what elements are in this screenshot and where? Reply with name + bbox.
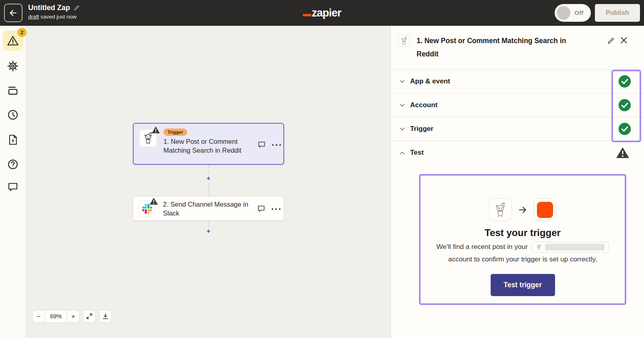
chevron-up-icon	[399, 149, 406, 156]
panel-app-icon	[398, 35, 410, 47]
toggle-knob	[557, 6, 570, 20]
add-step-button[interactable]: +	[205, 228, 212, 235]
download-icon	[102, 313, 109, 320]
close-panel-icon[interactable]	[620, 37, 627, 44]
top-bar: Untitled Zap draft saved just now zapier…	[0, 0, 644, 26]
gear-icon	[7, 60, 19, 72]
warning-triangle-icon	[7, 35, 19, 47]
zapier-logo-text: zapier	[312, 8, 341, 19]
node-title: 2. Send Channel Message in Slack	[163, 200, 259, 218]
warning-badge-icon	[151, 126, 160, 134]
zoom-level: 69%	[45, 310, 67, 322]
save-status: draft saved just now	[28, 14, 80, 20]
arrow-right-icon	[518, 205, 528, 215]
more-options-icon[interactable]	[271, 143, 282, 147]
orange-square-icon	[537, 202, 553, 218]
sidebar-item-settings[interactable]	[3, 56, 23, 76]
comment-icon[interactable]	[257, 140, 266, 149]
warning-triangle-icon	[616, 147, 630, 159]
sidebar-item-apps[interactable]	[3, 81, 23, 100]
zapier-app-box	[534, 198, 557, 221]
workflow-canvas[interactable]: Trigger 1. New Post or Comment Matching …	[26, 26, 390, 338]
reddit-snoo-icon	[536, 244, 542, 251]
issues-count-badge: 2	[17, 28, 27, 37]
trigger-node-reddit[interactable]: Trigger 1. New Post or Comment Matching …	[133, 123, 284, 165]
fit-to-view-button[interactable]	[83, 310, 96, 323]
rename-step-icon[interactable]	[607, 37, 615, 44]
download-button[interactable]	[99, 310, 112, 323]
more-options-icon[interactable]	[271, 207, 281, 211]
section-trigger[interactable]: Trigger	[391, 117, 644, 141]
step-sections: App & event Account Trigger Test	[391, 69, 644, 164]
add-step-button[interactable]: +	[205, 175, 212, 182]
trigger-badge: Trigger	[163, 129, 187, 136]
section-account[interactable]: Account	[391, 93, 644, 117]
step-config-panel: 1. New Post or Comment Matching Search i…	[390, 26, 644, 338]
zoom-in-button[interactable]: +	[67, 310, 79, 322]
zap-title-block: Untitled Zap draft saved just now	[28, 4, 80, 20]
app-connection-icons	[489, 198, 557, 221]
reddit-app-icon	[139, 129, 157, 147]
connected-account-pill	[531, 242, 609, 253]
chat-bubble-icon	[7, 181, 19, 193]
zoom-out-button[interactable]: −	[33, 310, 45, 322]
test-heading: Test your trigger	[485, 227, 561, 238]
saved-text: saved just now	[39, 14, 76, 20]
reddit-snoo-icon	[493, 202, 507, 218]
expand-icon	[86, 313, 93, 320]
section-label: Account	[410, 101, 438, 109]
reddit-snoo-icon	[400, 36, 408, 46]
document-lightning-icon	[7, 134, 19, 146]
panel-step-title: 1. New Post or Comment Matching Search i…	[417, 34, 590, 61]
redacted-account-name	[545, 244, 605, 251]
comment-icon[interactable]	[257, 204, 266, 213]
test-trigger-card: Test your trigger We'll find a recent po…	[419, 174, 626, 305]
section-label: App & event	[410, 77, 450, 85]
action-node-slack[interactable]: 2. Send Channel Message in Slack	[133, 196, 284, 221]
test-description: We'll find a recent post in your account…	[426, 241, 620, 265]
warning-badge-icon	[149, 197, 158, 205]
zap-title: Untitled Zap	[28, 4, 70, 12]
section-test[interactable]: Test	[391, 141, 644, 164]
back-arrow-icon	[8, 8, 18, 18]
section-label: Test	[410, 149, 424, 157]
reddit-app-box	[489, 198, 512, 221]
zap-on-off-toggle[interactable]: Off	[555, 4, 591, 22]
back-button[interactable]	[4, 4, 23, 22]
node-title: 1. New Post or Comment Matching Search i…	[163, 137, 255, 155]
panels-icon	[7, 85, 19, 97]
sidebar-item-notes[interactable]	[3, 130, 23, 149]
test-description-before: We'll find a recent post in your	[436, 243, 528, 251]
success-check-icon	[618, 122, 631, 135]
left-sidebar: 2	[0, 26, 26, 338]
slack-logo-icon	[142, 204, 152, 214]
chevron-down-icon	[399, 78, 406, 85]
chevron-down-icon	[399, 126, 406, 133]
test-description-after: account to confirm your trigger is set u…	[448, 255, 597, 263]
publish-button[interactable]: Publish	[595, 4, 640, 22]
draft-link[interactable]: draft	[28, 14, 39, 20]
zapier-logo-underscore	[303, 14, 311, 17]
test-trigger-button[interactable]: Test trigger	[491, 274, 555, 296]
zoom-control: − 69% +	[32, 310, 80, 323]
zapier-logo: zapier	[303, 8, 341, 19]
toggle-label: Off	[574, 9, 583, 17]
success-check-icon	[618, 99, 631, 112]
success-check-icon	[618, 75, 631, 88]
section-label: Trigger	[410, 125, 433, 133]
edit-title-icon[interactable]	[74, 5, 80, 11]
section-app-event[interactable]: App & event	[391, 69, 644, 93]
canvas-controls: − 69% +	[32, 310, 112, 323]
slack-app-icon	[139, 201, 155, 217]
sidebar-item-help[interactable]	[3, 155, 23, 174]
question-circle-icon	[7, 158, 19, 170]
clock-icon	[7, 109, 19, 121]
sidebar-item-issues[interactable]: 2	[3, 31, 23, 51]
sidebar-item-history[interactable]	[3, 105, 23, 124]
chevron-down-icon	[399, 102, 406, 109]
sidebar-item-feedback[interactable]	[3, 177, 23, 197]
